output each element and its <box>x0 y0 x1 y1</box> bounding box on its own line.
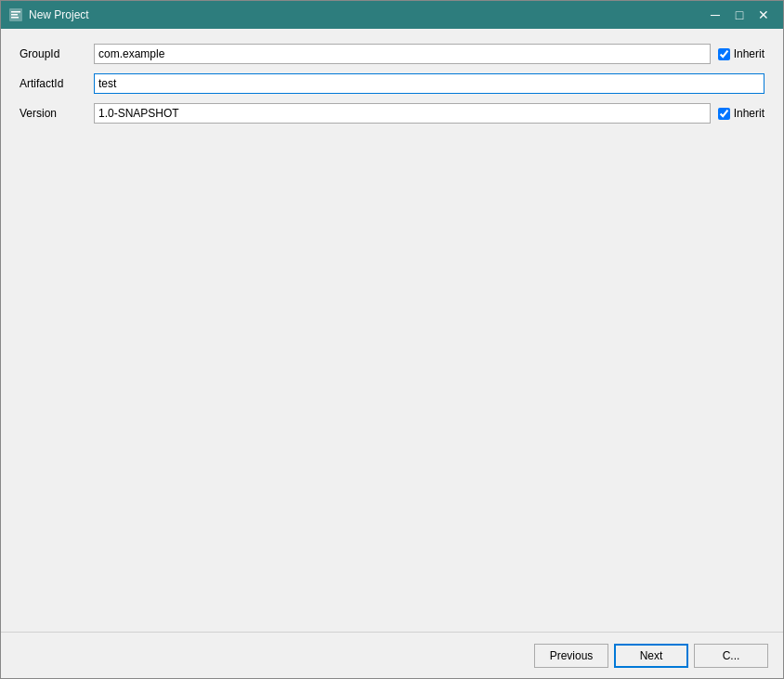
window-icon <box>8 7 23 22</box>
close-button[interactable]: ✕ <box>751 5 776 25</box>
svg-rect-3 <box>11 17 19 19</box>
title-bar: New Project ─ □ ✕ <box>1 1 783 29</box>
new-project-dialog: New Project ─ □ ✕ GroupId Inherit Artifa… <box>0 0 784 679</box>
artifactid-input[interactable] <box>94 73 764 94</box>
title-bar-controls: ─ □ ✕ <box>703 5 776 25</box>
window-title: New Project <box>29 8 703 21</box>
svg-rect-1 <box>11 11 20 13</box>
maximize-button[interactable]: □ <box>727 5 751 25</box>
version-input[interactable] <box>94 103 711 124</box>
previous-button[interactable]: Previous <box>534 644 608 668</box>
cancel-button[interactable]: C... <box>694 644 768 668</box>
version-inherit-checkbox[interactable] <box>718 108 730 120</box>
next-button[interactable]: Next <box>614 644 688 668</box>
minimize-button[interactable]: ─ <box>703 5 727 25</box>
artifactid-row: ArtifactId <box>20 73 764 94</box>
version-inherit-label[interactable]: Inherit <box>734 107 764 120</box>
version-row: Version Inherit <box>20 103 764 124</box>
groupid-row: GroupId Inherit <box>20 44 764 64</box>
groupid-inherit-label[interactable]: Inherit <box>734 47 764 60</box>
version-label: Version <box>20 107 94 120</box>
groupid-inherit-container: Inherit <box>718 47 764 60</box>
footer: Previous Next C... <box>1 632 783 678</box>
svg-rect-2 <box>11 14 18 16</box>
groupid-label: GroupId <box>20 47 94 60</box>
artifactid-label: ArtifactId <box>20 77 94 90</box>
groupid-input[interactable] <box>94 44 711 64</box>
groupid-inherit-checkbox[interactable] <box>718 48 730 60</box>
version-inherit-container: Inherit <box>718 107 764 120</box>
content-area: GroupId Inherit ArtifactId Version Inher… <box>1 29 783 632</box>
